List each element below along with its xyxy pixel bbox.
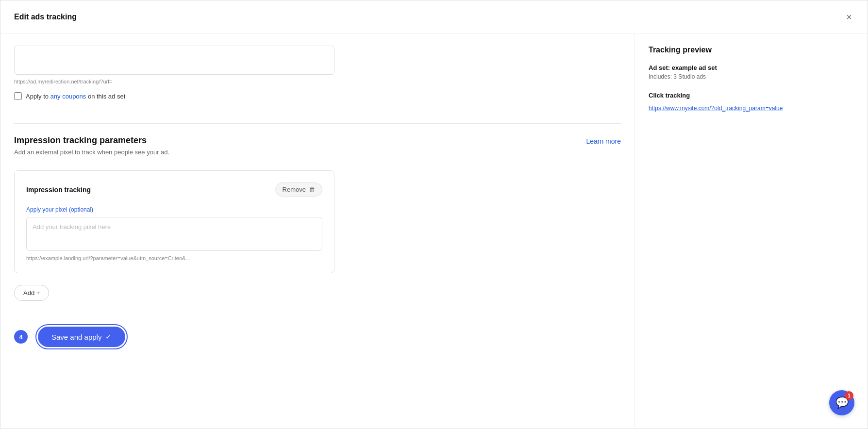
checkbox-label: Apply to any coupons on this ad set (26, 93, 125, 100)
sidebar-tracking-url[interactable]: https://www.mysite.com/?old_tracking_par… (649, 105, 783, 112)
footer-area: 4 Save and apply ✓ (14, 316, 621, 357)
tracking-card: Impression tracking Remove 🗑 Apply your … (14, 170, 334, 273)
url-input-box (14, 46, 334, 75)
modal-header: Edit ads tracking × (0, 0, 868, 34)
pixel-textarea[interactable] (26, 217, 322, 251)
sidebar-title: Tracking preview (649, 46, 854, 54)
sidebar: Tracking preview Ad set: example ad set … (634, 34, 868, 429)
trash-icon: 🗑 (309, 186, 315, 193)
main-content: https://ad.myredirection.net/tracking/?u… (0, 34, 634, 429)
close-button[interactable]: × (844, 10, 854, 24)
save-apply-wrapper: Save and apply ✓ (35, 324, 128, 349)
pixel-optional: (optional) (69, 206, 93, 213)
modal: Edit ads tracking × https://ad.myredirec… (0, 0, 868, 429)
tracking-card-header: Impression tracking Remove 🗑 (26, 182, 322, 197)
apply-coupons-checkbox[interactable] (14, 92, 22, 100)
sidebar-click-tracking-label: Click tracking (649, 92, 854, 99)
add-button[interactable]: Add + (14, 285, 49, 301)
impression-section-title: Impression tracking parameters (14, 135, 586, 146)
save-apply-button[interactable]: Save and apply ✓ (38, 327, 125, 347)
pixel-label: Apply your pixel (optional) (26, 206, 322, 213)
section-header-group: Impression tracking parameters Add an ex… (14, 135, 586, 167)
checkbox-row: Apply to any coupons on this ad set (14, 92, 621, 100)
sidebar-ad-set-label: Ad set: example ad set (649, 64, 854, 71)
remove-button[interactable]: Remove 🗑 (275, 182, 322, 197)
step-badge: 4 (14, 330, 28, 344)
chat-fab[interactable]: 💬 1 (829, 390, 854, 415)
pixel-label-text: Apply your pixel (26, 206, 69, 213)
impression-section-header: Impression tracking parameters Add an ex… (14, 135, 621, 167)
tracking-card-title: Impression tracking (26, 186, 91, 194)
url-hint: https://ad.myredirection.net/tracking/?u… (14, 79, 621, 84)
impression-section-subtitle: Add an external pixel to track when peop… (14, 148, 586, 156)
save-apply-check-icon: ✓ (105, 332, 112, 341)
remove-label: Remove (283, 186, 306, 193)
section-divider (14, 123, 621, 124)
sidebar-includes-label: Includes: 3 Studio ads (649, 73, 854, 80)
any-coupons-link[interactable]: any coupons (50, 93, 86, 100)
chat-badge: 1 (845, 391, 853, 400)
top-section: https://ad.myredirection.net/tracking/?u… (14, 34, 621, 119)
learn-more-link[interactable]: Learn more (586, 137, 621, 145)
pixel-hint: https://example.landing.url/?parameter=v… (26, 255, 322, 261)
save-apply-label: Save and apply (51, 333, 101, 341)
modal-body: https://ad.myredirection.net/tracking/?u… (0, 34, 868, 429)
modal-title: Edit ads tracking (14, 13, 77, 21)
